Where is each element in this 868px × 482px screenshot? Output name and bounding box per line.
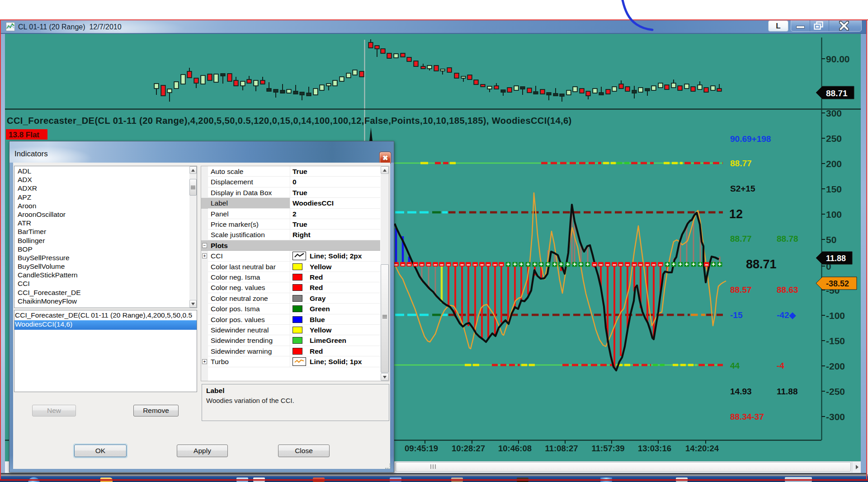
- svg-text:14:20:24: 14:20:24: [685, 444, 719, 453]
- svg-text:88.77: 88.77: [730, 234, 752, 243]
- svg-text:14.93: 14.93: [730, 387, 752, 396]
- svg-text:11.88: 11.88: [777, 387, 798, 396]
- svg-text:-4: -4: [777, 361, 784, 370]
- svg-text:09:45:19: 09:45:19: [405, 444, 438, 453]
- svg-text:-200: -200: [826, 361, 845, 371]
- svg-text:-38.52: -38.52: [826, 279, 849, 288]
- svg-text:50: 50: [826, 234, 836, 245]
- svg-text:10:46:08: 10:46:08: [498, 444, 532, 453]
- svg-text:-100: -100: [826, 310, 845, 321]
- svg-text:250: 250: [826, 133, 842, 144]
- svg-text:90.00: 90.00: [826, 54, 850, 64]
- svg-text:-15: -15: [730, 310, 743, 320]
- svg-text:CCI_Forecaster_DE(CL 01-11 (20: CCI_Forecaster_DE(CL 01-11 (20 Range),4,…: [7, 116, 572, 126]
- svg-text:S2+15: S2+15: [730, 184, 755, 193]
- svg-text:-250: -250: [826, 386, 845, 397]
- svg-text:100: 100: [826, 209, 842, 220]
- svg-text:150: 150: [826, 184, 842, 194]
- svg-text:88.63: 88.63: [777, 285, 798, 295]
- svg-text:44: 44: [730, 361, 740, 370]
- svg-text:88.77: 88.77: [730, 159, 752, 168]
- svg-text:88.34-37: 88.34-37: [730, 412, 764, 421]
- svg-text:-150: -150: [826, 336, 845, 346]
- svg-text:-300: -300: [826, 412, 845, 422]
- svg-text:10:28:27: 10:28:27: [452, 444, 485, 453]
- svg-text:11:08:27: 11:08:27: [545, 444, 578, 453]
- svg-text:88.71: 88.71: [746, 257, 777, 271]
- svg-text:90.69+198: 90.69+198: [730, 134, 771, 144]
- svg-text:88.78: 88.78: [777, 234, 798, 243]
- svg-text:88.71: 88.71: [826, 89, 848, 98]
- svg-text:13.8 Flat: 13.8 Flat: [9, 131, 39, 139]
- svg-text:-42◆: -42◆: [777, 310, 796, 320]
- svg-text:300: 300: [826, 108, 842, 118]
- svg-text:13:03:16: 13:03:16: [638, 444, 671, 453]
- svg-text:200: 200: [826, 159, 842, 169]
- svg-text:11:57:39: 11:57:39: [591, 444, 624, 453]
- svg-text:11.88: 11.88: [826, 254, 846, 263]
- svg-text:88.57: 88.57: [730, 285, 752, 295]
- svg-text:12: 12: [729, 207, 743, 221]
